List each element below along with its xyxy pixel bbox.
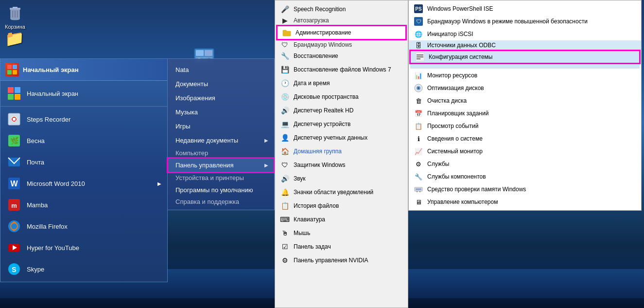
pochta-label: Почта [27,159,44,166]
submenu-restore[interactable]: 🔧 Восстановление [275,49,408,63]
middle-item-games[interactable]: Игры [168,119,274,133]
submenu-disk-spaces[interactable]: 💿 Дисковые пространства [275,90,408,104]
submenu-taskbar[interactable]: ☑ Панель задач [275,240,408,254]
admin-item-iscsi[interactable]: 🌐 Инициатор iSCSI [409,28,641,40]
sidebar-item-skype[interactable]: S Skype [0,258,167,280]
component-services-label: Службы компонентов [427,173,486,180]
iscsi-label: Инициатор iSCSI [427,31,473,37]
sidebar-item-firefox[interactable]: Mozilla Firefox [0,216,167,237]
vesna-label: Весна [27,137,45,145]
recent-arrow: ▶ [264,138,268,143]
taskbar-label: Панель задач [294,243,331,250]
firewall-advanced-label: Брандмауэр Windows в режиме повышенной б… [427,18,588,25]
folder-desktop-icon[interactable]: 📁 [5,29,24,49]
mamba-icon: m [6,197,22,213]
admin-item-resource-monitor[interactable]: 📊 Монитор ресурсов [409,69,641,82]
steps-recorder-label: Steps Recorder [27,116,70,123]
sidebar-item-vesna[interactable]: 🌿 Весна [0,130,167,151]
homegroup-label: Домашняя группа [294,148,342,155]
submenu-defender[interactable]: 🛡 Защитник Windows [275,158,408,172]
svg-rect-46 [417,58,420,59]
start-button-icon [5,63,19,76]
svg-rect-53 [419,191,420,192]
submenu-credentials[interactable]: 👤 Диспетчер учетных данных [275,131,408,145]
admin-item-powershell[interactable]: PS Windows PowerShell ISE [409,2,641,15]
middle-item-defaults[interactable]: Программы по умолчанию [168,183,274,197]
submenu-realtek[interactable]: 🔊 Диспетчер Realtek HD [275,104,408,117]
admin-item-disk-cleanup[interactable]: 🗑 Очистка диска [409,94,641,107]
admin-item-services[interactable]: ⚙ Службы [409,158,641,170]
admin-item-memory-check[interactable]: Средство проверки памяти Windows [409,183,641,196]
admin-item-system-config[interactable]: Конфигурация системы [410,51,640,63]
submenu-datetime[interactable]: 🕐 Дата и время [275,76,408,90]
middle-item-devices[interactable]: Устройства и принтеры [168,172,274,183]
submenu-sound[interactable]: 🔊 Звук [275,172,408,185]
submenu-keyboard[interactable]: ⌨ Клавиатура [275,213,408,226]
skype-label: Skype [27,266,44,273]
admin-item-task-scheduler[interactable]: 📅 Планировщик заданий [409,107,641,120]
resource-monitor-label: Монитор ресурсов [427,72,477,79]
help-label: Справка и поддержка [175,198,239,205]
svg-text:m: m [11,202,17,209]
submenu-nvidia[interactable]: ⚙ Панель управления NVIDIA [275,254,408,267]
svg-rect-21 [15,94,20,100]
admin-item-event-viewer[interactable]: 📋 Просмотр событий [409,120,641,132]
steps-recorder-icon [6,111,22,127]
middle-item-documents[interactable]: Документы [168,77,274,91]
svg-rect-20 [8,94,14,100]
sidebar-item-word[interactable]: W Microsoft Word 2010 ▶ [0,173,167,194]
middle-item-recent[interactable]: Недавние документы ▶ [168,133,274,147]
keyboard-icon: ⌨ [280,215,290,224]
submenu-firewall[interactable]: 🛡 Брандмауэр Windows [275,40,408,49]
middle-item-images[interactable]: Изображения [168,91,274,105]
recycle-bin-icon[interactable]: Корзина [5,4,25,30]
keyboard-label: Клавиатура [294,216,325,223]
admin-item-firewall-advanced[interactable]: 🛡 Брандмауэр Windows в режиме повышенной… [409,15,641,28]
admin-item-disk-opt[interactable]: Оптимизация дисков [409,82,641,94]
svg-rect-18 [8,87,14,93]
middle-item-help[interactable]: Справка и поддержка [168,197,274,206]
sidebar-item-steps-recorder[interactable]: Steps Recorder [0,109,167,130]
datetime-icon: 🕐 [280,78,290,88]
middle-item-computer[interactable]: Компьютер [168,147,274,158]
vesna-icon: 🌿 [6,133,22,148]
middle-item-control-panel[interactable]: Панель управления ▶ [168,158,274,172]
sound-icon: 🔊 [280,174,290,183]
nvidia-icon: ⚙ [280,255,290,265]
submenu-notif-icons[interactable]: 🔔 Значки области уведомлений [275,185,408,199]
restore-label: Восстановление [294,53,338,59]
svg-rect-19 [15,87,20,93]
svg-rect-9 [205,50,212,56]
middle-item-nata[interactable]: Nata [168,63,274,77]
svg-text:🛡: 🛡 [416,18,421,24]
submenu-mouse[interactable]: 🖱 Мышь [275,226,408,240]
control-panel-label: Панель управления [175,162,233,169]
start-divider-1 [0,106,167,107]
submenu-file-history[interactable]: 📋 История файлов [275,199,408,213]
sidebar-item-start-screen[interactable]: Начальный экран [0,83,167,104]
admin-tools-panel: PS Windows PowerShell ISE 🛡 Брандмауэр W… [408,0,642,211]
submenu-autoload[interactable]: ▶ Автозагрузка [275,16,408,25]
folder-icon: 📁 [5,29,24,48]
svg-rect-16 [7,70,12,74]
powershell-icon: PS [414,4,423,14]
submenu-administration[interactable]: Администрирование [277,26,406,39]
start-menu-header: Начальный экран [0,59,167,81]
defender-label: Защитник Windows [294,162,346,168]
admin-item-system-info[interactable]: ℹ Сведения о системе [409,132,641,145]
submenu-homegroup[interactable]: 🏠 Домашняя группа [275,145,408,158]
admin-item-computer-mgmt[interactable]: 🖥 Управление компьютером [409,196,641,208]
submenu-restore-files[interactable]: 💾 Восстановление файлов Windows 7 [275,63,408,76]
submenu-device-manager[interactable]: 💻 Диспетчер устройств [275,117,408,131]
sidebar-item-pochta[interactable]: Почта [0,151,167,173]
admin-item-component-services[interactable]: 🔧 Службы компонентов [409,170,641,183]
middle-item-music[interactable]: Музыка [168,105,274,119]
sidebar-item-hyper[interactable]: Hyper for YouTube [0,237,167,258]
iscsi-icon: 🌐 [414,29,423,39]
sidebar-item-mamba[interactable]: m Mamba [0,194,167,216]
submenu-speech-recognition[interactable]: 🎤 Speech Recognition [275,2,408,16]
admin-item-odbc[interactable]: 🗄 Источники данных ODBC [409,40,641,50]
admin-item-system-monitor[interactable]: 📈 Системный монитор [409,145,641,158]
firefox-icon [6,218,22,234]
desktop: Корзина 📁 [0,0,644,308]
